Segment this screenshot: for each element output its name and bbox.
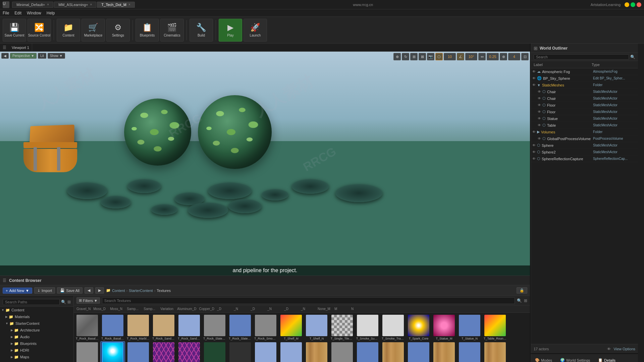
visibility-icon[interactable]: 👁 [532, 130, 536, 134]
scale-snap-input[interactable]: 0.25 [487, 53, 499, 60]
grid-size-input[interactable]: 10 [444, 53, 456, 60]
asset-t-table-round-m[interactable]: T_Table_Round_M [483, 314, 507, 341]
asset-t-rock-slate-d[interactable]: T_Rock_Slate_D [203, 314, 227, 341]
minimize-button[interactable] [625, 2, 629, 7]
outliner-item-table[interactable]: 👁 ⬡ Table StaticMeshActor [531, 122, 638, 129]
menu-edit[interactable]: Edit [14, 11, 21, 15]
build-button[interactable]: 🔧 Build [190, 19, 213, 42]
outliner-item-chair-2[interactable]: 👁 ⬡ Chair StaticMeshActor [531, 95, 638, 102]
viewport-nav-btn[interactable]: ◀ [1, 53, 9, 59]
nav-forward-button[interactable]: ▶ [95, 287, 104, 294]
tab-world-settings[interactable]: 🌍 World Settings [556, 357, 594, 362]
asset-t-rock-slate-n[interactable]: T_Rock_Slate_N [228, 314, 252, 341]
view-options-button[interactable]: View Options [613, 347, 635, 351]
launch-button[interactable]: 🚀 Launch [244, 19, 267, 42]
tab-details[interactable]: 📋 Details [594, 357, 620, 362]
asset-t-rock-smooth[interactable]: T_Rock_Smooth_Granite_D [254, 314, 278, 341]
asset-t-table-round-m-2[interactable]: T_Table_Round_M [75, 342, 99, 362]
layers-icon-btn[interactable]: ⊕ [500, 53, 507, 60]
visibility-icon[interactable]: 👁 [532, 143, 536, 147]
outliner-item-sphere[interactable]: 👁 ⬡ Sphere StaticMeshActor [531, 142, 638, 149]
asset-t-shelf-n[interactable]: T_Shelf_N [305, 314, 329, 341]
visibility-icon[interactable]: 👁 [532, 83, 536, 87]
tab-t-tech-dot[interactable]: T_Tech_Dot_M × [97, 2, 135, 8]
asset-t-tech-hex-tile-n[interactable]: T_Tech_Hex_Tile_N [177, 342, 201, 362]
tree-item-maps[interactable]: ▶ 📁 Maps [0, 354, 73, 360]
asset-t-tech-panel-m[interactable]: T_Tech_Panel_M [228, 342, 252, 362]
menu-file[interactable]: File [3, 11, 9, 15]
outliner-item-floor-2[interactable]: 👁 ⬡ Floor StaticMeshActor [531, 109, 638, 115]
tab-minimal-default[interactable]: Minimal_Default+ × [12, 2, 53, 8]
cb-hamburger-icon[interactable]: ☰ [3, 278, 6, 283]
scale-icon-btn[interactable]: ⊞ [410, 53, 418, 60]
tab-close-1[interactable]: × [90, 3, 92, 6]
maximize-viewport-btn[interactable]: ⊡ [521, 53, 529, 60]
tab-close-2[interactable]: × [128, 3, 130, 6]
tree-item-content[interactable]: ▼ 📁 Content [0, 307, 73, 313]
content-button[interactable]: 📁 Content [57, 19, 80, 42]
asset-t-statue-n[interactable]: T_Statue_N [458, 314, 482, 341]
outliner-search-input[interactable] [534, 54, 629, 60]
asset-t-wood-pine-n[interactable]: T_Wood_Pine_N [458, 342, 482, 362]
col-type-header[interactable]: Type [592, 63, 635, 67]
asset-t-rock-sandstone-n[interactable]: T_Rock_Sandstone_N [177, 314, 201, 341]
asset-t-rock-basalt-n[interactable]: T_Rock_Basalt_N [101, 314, 125, 341]
tree-item-blueprints[interactable]: ▶ 📁 Blueprints [0, 340, 73, 347]
asset-t-smoke-sub[interactable]: T_Smoke_Sub_D [356, 314, 380, 341]
tab-modes[interactable]: 🎨 Modes [531, 357, 556, 362]
angle-btn[interactable]: ∠ [457, 53, 464, 60]
outliner-item-volumes-folder[interactable]: 👁 ▶ Volumes Folder [531, 129, 638, 135]
outliner-item-sphere2[interactable]: 👁 ⬡ Sphere2 StaticMeshActor [531, 149, 638, 156]
play-button[interactable]: ▶ Play [219, 19, 242, 42]
asset-t-wood-oak-d[interactable]: T_Wood_Oak_D [381, 342, 405, 362]
asset-t-tech-dot-m[interactable]: T_Tech_Dot_M [101, 342, 125, 362]
visibility-icon[interactable]: 👁 [538, 110, 541, 114]
outliner-search-icon[interactable]: 🔍 [630, 55, 635, 59]
menu-window[interactable]: Window [27, 11, 41, 15]
asset-t-wood-floor-walnut-d[interactable]: T_Wood_Floor_Walnut_D [305, 342, 329, 362]
tree-item-starter-content[interactable]: ▼ 📁 StarterContent [0, 320, 73, 327]
visibility-icon[interactable]: 👁 [538, 117, 541, 120]
maximize-button[interactable] [631, 2, 635, 7]
viewport-3d[interactable]: 人人素材 RRCG 人人素材 RRCG ◀ Perspective ▼ Lit … [0, 52, 530, 276]
source-control-button[interactable]: 🔀 Source Control [28, 19, 51, 42]
local-icon-btn[interactable]: ⊠ [419, 53, 426, 60]
asset-t-rock-marble[interactable]: T_Rock_Marble_Polished_D [126, 314, 150, 341]
asset-t-statue-m[interactable]: T_Statue_M [432, 314, 456, 341]
tree-item-hdri[interactable]: ▶ 📁 HDRI [0, 347, 73, 354]
asset-t-rock-basalt-d[interactable]: T_Rock_Basalt_D [75, 314, 99, 341]
asset-t-wood-pine-d[interactable]: T_Wood_Pine_D [432, 342, 456, 362]
layers-num[interactable]: 4 [508, 53, 520, 60]
outliner-item-global-pp[interactable]: 👁 ⬡ GlobalPostProcessVolume PostProcessV… [531, 135, 638, 142]
asset-t-single-tile[interactable]: T_Single_Tile_UV [330, 314, 354, 341]
asset-t-wood-floor-walnut-n[interactable]: T_Wood_Floor_Walnut_N [356, 342, 380, 362]
tab-mm-aslearning[interactable]: MM_ASLearning+ × [54, 2, 96, 8]
perspective-button[interactable]: Perspective ▼ [10, 53, 37, 59]
visibility-icon[interactable]: 👁 [532, 150, 536, 154]
menu-help[interactable]: Help [47, 11, 55, 15]
col-label-header[interactable]: Label [534, 63, 592, 67]
lit-button[interactable]: Lit [38, 53, 46, 59]
visibility-icon[interactable]: 👁 [538, 97, 541, 100]
tree-item-architecture[interactable]: ▶ 📁 Architecture [0, 327, 73, 334]
asset-t-water-n[interactable]: T_Water_N [279, 342, 303, 362]
filters-button[interactable]: ⊞ Filters ▼ [76, 297, 100, 304]
rotate-icon-btn[interactable]: ↻ [402, 53, 409, 60]
angle-snap-input[interactable]: 10° [465, 53, 477, 60]
nav-back-button[interactable]: ◀ [85, 287, 93, 294]
add-new-button[interactable]: + Add New ▼ [3, 288, 32, 294]
asset-t-wood-floor-walnut-m[interactable]: T_Wood_Floor_Walnut_M [330, 342, 354, 362]
asset-t-wood-walnut-d[interactable]: T_Wood_Walnut_D [483, 342, 507, 362]
lock-button[interactable]: 🔒 [517, 287, 527, 294]
breadcrumb-starter-content[interactable]: StarterContent [129, 289, 153, 293]
filter-icon[interactable]: ⊞ [67, 300, 71, 304]
asset-t-tech-dot-d[interactable]: T_Tech_Dot_D [126, 342, 150, 362]
asset-t-tech-hex-tile-m[interactable]: T_Tech_Hex_Tile_M [152, 342, 176, 362]
tree-item-materials-sub[interactable]: ▶ 📁 Materials [0, 360, 73, 362]
outliner-item-statue[interactable]: 👁 ⬡ Statue StaticMeshActor [531, 115, 638, 122]
import-button[interactable]: ⤓ Import [34, 287, 55, 294]
asset-t-shelf-m[interactable]: T_Shelf_M [279, 314, 303, 341]
visibility-icon[interactable]: 👁 [538, 123, 541, 127]
asset-t-spark-core[interactable]: T_Spark_Core [407, 314, 431, 341]
outliner-item-atm-fog[interactable]: 👁 ☁ Atmospheric Fog AtmosphericFog [531, 68, 638, 75]
